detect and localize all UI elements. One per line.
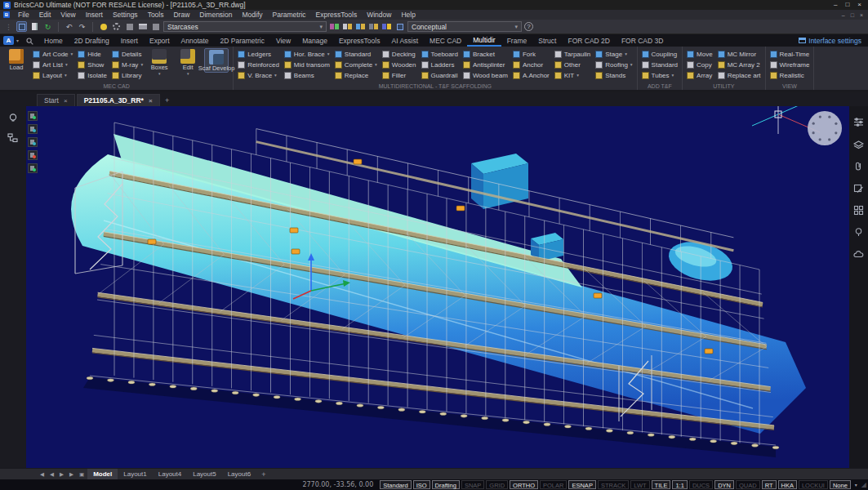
layout-tab[interactable]: Model <box>87 469 118 480</box>
ribbon-tab[interactable]: Home <box>38 34 69 47</box>
ribbon-button[interactable]: Array <box>687 70 713 80</box>
ribbon-button[interactable]: A.Anchor ▾ <box>513 70 550 80</box>
ribbon-button[interactable]: Standard ▾ <box>642 60 678 69</box>
ribbon-button[interactable]: Layout ▾ <box>33 70 73 80</box>
ribbon-button[interactable]: Toeboard ▾ <box>421 49 458 59</box>
attachments-paperclip-icon[interactable] <box>853 160 865 172</box>
ribbon-tab[interactable]: View <box>270 34 296 47</box>
ribbon-tab[interactable]: MEC CAD <box>424 34 467 47</box>
status-menu-caret-icon[interactable]: ▾ <box>852 482 860 488</box>
ribbon-button[interactable]: Tarpaulin ▾ <box>554 49 590 59</box>
status-toggle[interactable]: Standard <box>380 480 411 489</box>
menu-item[interactable]: Edit <box>34 11 56 19</box>
ribbon-button[interactable]: Stands ▾ <box>595 70 632 80</box>
ribbon-button[interactable]: Reinforced ▾ <box>238 60 279 69</box>
lamp-icon[interactable] <box>98 21 109 32</box>
status-toggle[interactable]: ORTHO <box>510 480 538 489</box>
viewport[interactable] <box>26 106 849 468</box>
menu-item[interactable]: File <box>13 11 34 19</box>
ribbon-tab[interactable]: Manage <box>296 34 333 47</box>
status-toggle[interactable]: DYN <box>714 480 734 489</box>
app-menu-button[interactable]: A <box>3 36 14 45</box>
ribbon-button[interactable]: Tubes ▾ <box>642 70 678 80</box>
menu-item[interactable]: Tools <box>143 11 169 19</box>
status-toggle[interactable]: None <box>830 480 851 489</box>
edit-button[interactable]: Edit ▾ <box>176 48 200 75</box>
menu-item[interactable]: Settings <box>108 11 143 19</box>
ribbon-button[interactable]: Replace ▾ <box>335 70 377 80</box>
ribbon-button[interactable]: Details ▾ <box>112 49 143 59</box>
document-tab[interactable]: Start × <box>37 94 75 106</box>
ribbon-button[interactable]: Mid transom ▾ <box>284 60 330 69</box>
status-toggle[interactable]: LWT <box>630 480 649 489</box>
status-toggle[interactable]: POLAR <box>540 480 567 489</box>
ribbon-button[interactable]: Move <box>687 49 713 59</box>
child-minimize-button[interactable]: – <box>842 12 845 18</box>
menu-item[interactable]: ExpressTools <box>311 11 363 19</box>
status-toggle[interactable]: HKA <box>778 480 797 489</box>
ribbon-button[interactable]: Decking ▾ <box>382 49 416 59</box>
menu-item[interactable]: Parametric <box>268 11 311 19</box>
ribbon-button[interactable]: Replace art <box>718 70 761 80</box>
ribbon-tab[interactable]: Multidir <box>467 34 501 47</box>
ribbon-button[interactable]: Isolate ▾ <box>78 70 107 80</box>
ribbon-tab[interactable]: 2D Parametric <box>215 34 270 47</box>
ribbon-tab[interactable]: Annotate <box>176 34 215 47</box>
ribbon-tab[interactable]: Export <box>144 34 176 47</box>
redo-icon[interactable]: ↷ <box>77 21 87 32</box>
interface-settings-button[interactable]: Interface settings <box>799 37 861 45</box>
viewport-3d-model[interactable] <box>26 106 849 468</box>
ribbon-button[interactable]: Show ▾ <box>78 60 107 69</box>
properties-sliders-icon[interactable] <box>853 116 865 127</box>
ribbon-button[interactable]: Realistic <box>770 70 810 80</box>
layout-tab[interactable]: Layout1 <box>118 469 152 480</box>
first-layout-button[interactable]: ◀ <box>38 471 47 478</box>
ribbon-tab[interactable]: Insert <box>115 34 144 47</box>
boxes-button[interactable]: Boxes ▾ <box>147 48 171 75</box>
ribbon-button[interactable]: Library ▾ <box>112 70 143 80</box>
ribbon-button[interactable]: Beams ▾ <box>284 70 330 80</box>
ribbon-button[interactable]: Stage ▾ <box>595 49 632 59</box>
toolbar-grip[interactable]: ⋮ <box>3 23 14 31</box>
menu-item[interactable]: Dimension <box>194 11 237 19</box>
ribbon-button[interactable]: Standard ▾ <box>335 49 377 59</box>
layout-tab[interactable]: Layout6 <box>222 469 256 480</box>
close-button[interactable]: × <box>857 1 861 9</box>
ribbon-button[interactable]: Wood beam ▾ <box>463 70 508 80</box>
ribbon-button[interactable]: Anchor ▾ <box>513 60 550 69</box>
ribbon-button[interactable]: Real-Time <box>770 49 810 59</box>
ribbon-button[interactable]: Ledgers ▾ <box>238 49 279 59</box>
ribbon-button[interactable]: KIT ▾ <box>554 70 590 80</box>
minimize-button[interactable]: – <box>834 1 837 9</box>
viewport-widget-icon[interactable] <box>28 163 38 173</box>
tips-lamp-icon[interactable] <box>853 226 865 238</box>
xref-icon[interactable] <box>329 21 340 32</box>
ribbon-button[interactable]: Guardrail ▾ <box>421 70 458 80</box>
prev-layout-button[interactable]: ◀ <box>47 471 56 478</box>
status-toggle[interactable]: STRACK <box>598 480 629 489</box>
ribbon-tab[interactable]: 2D Drafting <box>69 34 115 47</box>
search-icon[interactable] <box>26 33 33 48</box>
ribbon-button[interactable]: Wireframe <box>770 60 810 69</box>
child-close-button[interactable]: × <box>860 12 863 18</box>
layers-icon[interactable] <box>853 138 865 149</box>
layout-tab[interactable]: Layout4 <box>153 469 187 480</box>
ribbon-tab[interactable]: AI Assist <box>385 34 424 47</box>
menu-item[interactable]: Window <box>362 11 396 19</box>
ribbon-button[interactable]: Other ▾ <box>554 60 590 69</box>
close-icon[interactable]: × <box>149 97 153 105</box>
ribbon-tab[interactable]: ExpressTools <box>333 34 386 47</box>
viewport-widget-icon[interactable] <box>28 150 38 160</box>
ribbon-button[interactable]: Filler ▾ <box>382 70 416 80</box>
ribbon-button[interactable]: Antisplinter ▾ <box>463 60 508 69</box>
status-toggle[interactable]: SNAP <box>461 480 484 489</box>
ribbon-button[interactable]: Hor. Brace ▾ <box>284 49 330 59</box>
ribbon-button[interactable]: Art Code ▾ <box>33 49 73 59</box>
ribbon-button[interactable]: Roofing ▾ <box>595 60 632 69</box>
menu-item[interactable]: Help <box>396 11 420 19</box>
last-layout-button[interactable]: ▶ <box>67 471 76 478</box>
close-icon[interactable]: × <box>64 97 68 105</box>
ribbon-tab[interactable]: FOR CAD 3D <box>616 34 669 47</box>
ribbon-button[interactable]: MC Array 2 <box>718 60 761 69</box>
new-file-icon[interactable] <box>29 21 40 32</box>
